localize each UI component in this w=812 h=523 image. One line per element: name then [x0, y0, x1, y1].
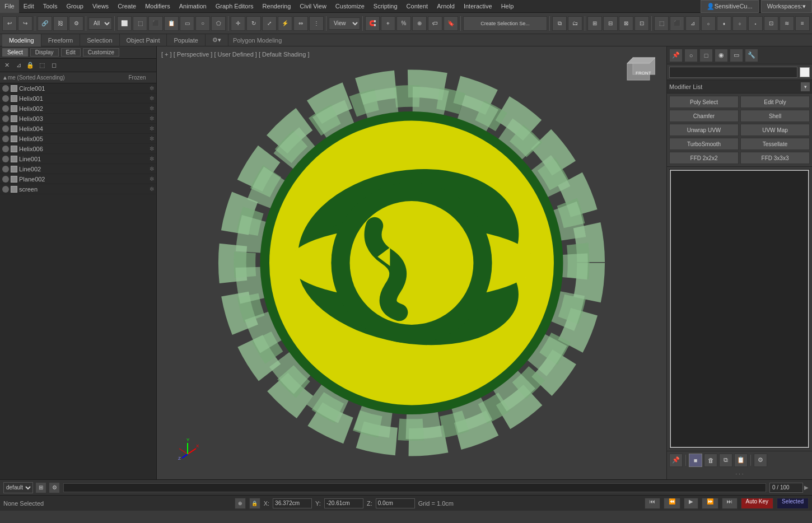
extra-btn2[interactable]: ⬛ — [670, 16, 684, 31]
list-item[interactable]: Helix001✼ — [0, 94, 156, 104]
menu-help[interactable]: Help — [497, 0, 519, 13]
tab-selection[interactable]: Selection — [80, 34, 119, 46]
scene-edit-tab[interactable]: Edit — [61, 48, 81, 57]
mod-settings-btn[interactable]: ⚙ — [754, 454, 767, 467]
select-all-btn[interactable]: ⬛ — [148, 16, 163, 31]
select-by-name-btn[interactable]: 📋 — [164, 16, 179, 31]
y-coord-input[interactable] — [324, 498, 363, 508]
angle-snap[interactable]: ⌖ — [381, 16, 395, 31]
timeline-track[interactable] — [63, 483, 766, 492]
coord-lock[interactable]: 🔒 — [249, 498, 260, 509]
viewport-cube[interactable]: FRONT — [622, 52, 655, 86]
st-display[interactable]: ⬚ — [36, 60, 48, 71]
play-btn[interactable]: ▶ — [684, 498, 698, 509]
mod-btn-ffd-2x2x2[interactable]: FFD 2x2x2 — [669, 152, 739, 164]
list-item[interactable]: screen✼ — [0, 184, 156, 194]
extra-btn8[interactable]: ⊡ — [764, 16, 778, 31]
unlink-btn[interactable]: ⛓ — [53, 16, 68, 31]
menu-graph-editors[interactable]: Graph Editors — [211, 0, 258, 13]
spinner-snap[interactable]: ⊕ — [412, 16, 427, 31]
bind-btn[interactable]: ⚙ — [69, 16, 83, 31]
mod-delete-btn[interactable]: 🗑 — [704, 454, 717, 467]
scene-customize-tab[interactable]: Customize — [83, 48, 119, 57]
next-frame-btn[interactable]: ⏩ — [702, 498, 718, 509]
grid2-btn[interactable]: ⊟ — [603, 16, 618, 31]
extra-btn9[interactable]: ≋ — [780, 16, 794, 31]
list-item[interactable]: Helix005✼ — [0, 134, 156, 144]
menu-views[interactable]: Views — [88, 0, 113, 13]
menu-civil-view[interactable]: Civil View — [295, 0, 330, 13]
user-account[interactable]: 👤 SensitiveCu... — [701, 0, 759, 13]
workspaces-btn[interactable]: Workspaces: ▾ — [761, 0, 812, 13]
mod-btn-tessellate[interactable]: Tessellate — [740, 138, 810, 150]
modifier-color-swatch[interactable] — [800, 67, 810, 77]
scale-btn[interactable]: ⤢ — [262, 16, 277, 31]
select-region-btn[interactable]: ⬚ — [133, 16, 147, 31]
menu-edit[interactable]: Edit — [19, 0, 39, 13]
named-sel[interactable]: 🏷 — [428, 16, 442, 31]
grid4-btn[interactable]: ⊡ — [634, 16, 649, 31]
rotate-btn[interactable]: ↻ — [246, 16, 261, 31]
extra-btn1[interactable]: ⬚ — [654, 16, 669, 31]
menu-modifiers[interactable]: Modifiers — [141, 0, 175, 13]
frame-arrow[interactable]: ▶ — [804, 484, 809, 491]
menu-group[interactable]: Group — [62, 0, 88, 13]
layer-options-btn[interactable]: ⊞ — [35, 482, 46, 493]
select-circle-btn[interactable]: ○ — [195, 16, 210, 31]
transform-btn[interactable]: ⚡ — [278, 16, 292, 31]
menu-customize[interactable]: Customize — [331, 0, 369, 13]
align-btn[interactable]: ⋮ — [309, 16, 324, 31]
view-dropdown[interactable]: View — [329, 17, 360, 30]
mod-btn-unwrap-uvw[interactable]: Unwrap UVW — [669, 124, 739, 136]
named-sel2[interactable]: 🔖 — [444, 16, 458, 31]
menu-tools[interactable]: Tools — [39, 0, 62, 13]
auto-key-btn[interactable]: Auto Key — [741, 498, 774, 509]
menu-scripting[interactable]: Scripting — [369, 0, 402, 13]
layer-dropdown[interactable]: default — [3, 482, 33, 493]
extra-btn4[interactable]: ⬦ — [701, 16, 716, 31]
list-item[interactable]: Plane002✼ — [0, 174, 156, 184]
link-btn[interactable]: 🔗 — [38, 16, 52, 31]
mod-copy-btn[interactable]: ⧉ — [719, 454, 732, 467]
undo-btn[interactable]: ↩ — [2, 16, 17, 31]
list-item[interactable]: Circle001✼ — [0, 83, 156, 94]
mirror-btn[interactable]: ⇔ — [293, 16, 308, 31]
menu-file[interactable]: File — [0, 0, 19, 13]
extra-btn3[interactable]: ⊿ — [685, 16, 700, 31]
scene-explorer-btn[interactable]: 🗂 — [568, 16, 582, 31]
mod-btn-shell[interactable]: Shell — [740, 110, 810, 122]
layer-settings-btn[interactable]: ⚙ — [49, 482, 60, 493]
tab-freeform[interactable]: Freeform — [41, 34, 81, 46]
modifier-name-input[interactable] — [669, 67, 797, 78]
menu-interactive[interactable]: Interactive — [459, 0, 497, 13]
mod-active-btn[interactable]: ■ — [689, 454, 702, 467]
extra-btn10[interactable]: ≡ — [795, 16, 810, 31]
scene-select-tab[interactable]: Select — [2, 48, 28, 57]
coord-icon[interactable]: ⊕ — [235, 498, 246, 509]
col-name-label[interactable]: me (Sorted Ascending) — [8, 74, 120, 81]
tab-populate[interactable]: Populate — [167, 34, 205, 46]
mod-btn-uvw-map[interactable]: UVW Map — [740, 124, 810, 136]
tab-object-paint[interactable]: Object Paint — [120, 34, 167, 46]
mod-btn-edit-poly[interactable]: Edit Poly — [740, 96, 810, 108]
selected-btn[interactable]: Selected — [777, 498, 809, 509]
scene-display-tab[interactable]: Display — [30, 48, 59, 57]
st-hide[interactable]: ◻ — [48, 60, 59, 71]
selection-filter-dropdown[interactable]: All — [88, 17, 112, 30]
list-item[interactable]: Helix002✼ — [0, 104, 156, 114]
list-item[interactable]: Helix006✼ — [0, 144, 156, 154]
rt-pin[interactable]: 📌 — [669, 49, 683, 62]
rt-sphere[interactable]: ○ — [684, 49, 698, 62]
grid3-btn[interactable]: ⊠ — [619, 16, 633, 31]
redo-btn[interactable]: ↪ — [18, 16, 32, 31]
extra-btn7[interactable]: ⬩ — [748, 16, 763, 31]
list-item[interactable]: Line001✼ — [0, 154, 156, 164]
menu-rendering[interactable]: Rendering — [258, 0, 296, 13]
extra-btn6[interactable]: ⬨ — [732, 16, 747, 31]
layers-btn[interactable]: ⧉ — [552, 16, 567, 31]
list-item[interactable]: Helix004✼ — [0, 124, 156, 134]
x-coord-input[interactable] — [273, 498, 312, 508]
st-lock[interactable]: 🔒 — [25, 60, 36, 71]
mod-btn-turbosmooth[interactable]: TurboSmooth — [669, 138, 739, 150]
frame-range-input[interactable] — [769, 483, 803, 493]
